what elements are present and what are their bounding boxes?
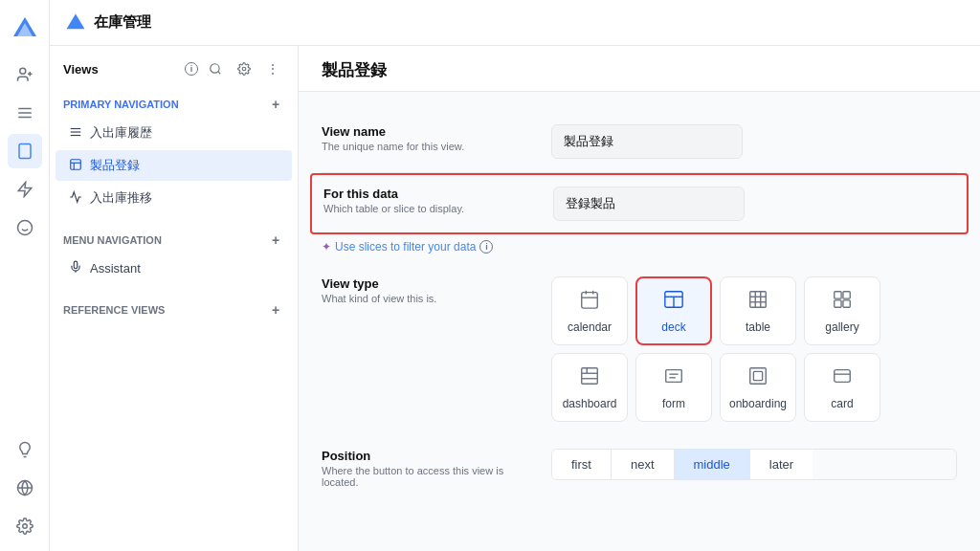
view-type-card[interactable]: card xyxy=(804,353,880,422)
view-name-desc: The unique name for this view. xyxy=(322,141,532,152)
rail-list[interactable] xyxy=(8,96,42,130)
pos-first[interactable]: first xyxy=(552,450,612,479)
main-header: 製品登録 xyxy=(299,46,980,92)
table-label: table xyxy=(746,320,770,334)
sidebar-search-btn[interactable] xyxy=(204,57,227,80)
nav-item-history[interactable]: 入出庫履歴 xyxy=(56,118,292,148)
svg-point-2 xyxy=(19,68,25,74)
nav-history-icon xyxy=(69,125,82,142)
view-type-grid: calendar deck xyxy=(551,276,957,422)
use-slices-link[interactable]: ✦ Use slices to filter your data i xyxy=(322,234,957,263)
position-label: Position xyxy=(322,449,532,463)
ref-views-add-btn[interactable]: + xyxy=(267,301,284,319)
svg-rect-25 xyxy=(582,292,598,308)
menu-nav-add-btn[interactable]: + xyxy=(267,231,284,249)
nav-item-register[interactable]: 製品登録 xyxy=(56,150,292,181)
for-this-data-row: For this data Which table or slice to di… xyxy=(310,173,969,234)
pos-next[interactable]: next xyxy=(612,450,675,479)
nav-item-transition[interactable]: 入出庫推移 xyxy=(56,183,292,213)
app-header: 在庫管理 xyxy=(50,0,980,46)
rail-tablet[interactable] xyxy=(8,134,42,168)
calendar-label: calendar xyxy=(568,320,612,334)
view-type-deck[interactable]: deck xyxy=(635,276,712,345)
for-this-data-value[interactable]: 登録製品 xyxy=(553,187,745,221)
pos-middle[interactable]: middle xyxy=(675,450,750,479)
rail-settings[interactable] xyxy=(8,509,42,543)
primary-nav-add-btn[interactable]: + xyxy=(267,96,284,113)
deck-label: deck xyxy=(661,320,685,334)
app-title: 在庫管理 xyxy=(94,13,151,32)
nav-transition-label: 入出庫推移 xyxy=(90,189,152,207)
svg-rect-6 xyxy=(19,144,31,159)
for-this-data-desc: Which table or slice to display. xyxy=(323,203,534,214)
primary-nav-label: PRIMARY NAVIGATION + xyxy=(50,88,298,117)
nav-assistant-label: Assistant xyxy=(90,261,141,276)
position-desc: Where the button to access this view is … xyxy=(322,465,532,488)
card-icon xyxy=(832,365,853,391)
view-type-section: View type What kind of view this is. cal… xyxy=(322,263,957,435)
pos-later[interactable]: later xyxy=(750,450,813,479)
nav-assistant-icon xyxy=(69,260,82,276)
nav-item-assistant[interactable]: Assistant xyxy=(56,253,292,283)
calendar-icon xyxy=(579,289,600,315)
svg-point-8 xyxy=(17,221,32,235)
svg-rect-32 xyxy=(750,291,767,307)
form-label: form xyxy=(662,397,685,410)
rail-globe[interactable] xyxy=(8,471,42,505)
sidebar: Views i ⋮ PRIMARY NAVIGATION + 入出庫履歴 xyxy=(50,46,299,551)
onboarding-icon xyxy=(747,365,768,391)
gallery-icon xyxy=(832,289,853,315)
onboarding-label: onboarding xyxy=(729,397,787,410)
view-name-row: View name The unique name for this view.… xyxy=(322,111,957,173)
icon-rail xyxy=(0,0,50,551)
rail-bulb[interactable] xyxy=(8,432,42,467)
nav-history-label: 入出庫履歴 xyxy=(90,124,152,142)
svg-rect-50 xyxy=(835,369,851,382)
svg-point-15 xyxy=(211,64,219,73)
position-section: Position Where the button to access this… xyxy=(322,435,957,501)
main-content: 製品登録 View name The unique name for this … xyxy=(299,46,980,551)
svg-point-13 xyxy=(22,524,27,529)
svg-marker-14 xyxy=(67,13,85,29)
form-icon xyxy=(663,365,684,391)
deck-icon xyxy=(663,289,684,315)
svg-rect-37 xyxy=(835,291,841,298)
view-type-table[interactable]: table xyxy=(720,276,796,345)
view-type-label: View type xyxy=(322,276,532,291)
sidebar-header: Views i ⋮ xyxy=(50,46,298,88)
app-logo xyxy=(8,11,42,46)
position-buttons: first next middle later xyxy=(551,449,957,480)
svg-rect-45 xyxy=(666,369,682,382)
sidebar-settings-btn[interactable] xyxy=(233,57,256,80)
rail-bolt[interactable] xyxy=(8,172,42,207)
sparkle-icon: ✦ xyxy=(322,240,331,253)
rail-people[interactable] xyxy=(8,57,42,92)
rail-face[interactable] xyxy=(8,210,42,245)
view-type-calendar[interactable]: calendar xyxy=(551,276,628,345)
gallery-label: gallery xyxy=(825,320,858,334)
sidebar-info-icon[interactable]: i xyxy=(185,62,198,76)
view-type-dashboard[interactable]: dashboard xyxy=(551,353,628,422)
svg-point-17 xyxy=(242,67,246,71)
dashboard-icon xyxy=(579,365,600,391)
reference-views-label: REFERENCE VIEWS + xyxy=(50,294,298,322)
svg-rect-38 xyxy=(843,291,850,298)
view-name-label: View name xyxy=(322,124,532,139)
dashboard-label: dashboard xyxy=(563,397,617,410)
svg-line-16 xyxy=(218,72,221,75)
main-body: View name The unique name for this view.… xyxy=(299,92,980,520)
sidebar-title: Views xyxy=(63,62,179,77)
view-type-form[interactable]: form xyxy=(635,353,712,422)
table-icon xyxy=(747,289,768,315)
svg-rect-48 xyxy=(750,367,767,384)
page-title: 製品登録 xyxy=(322,59,957,81)
use-slices-info-icon[interactable]: i xyxy=(479,240,493,253)
view-name-value[interactable]: 製品登録 xyxy=(551,124,743,159)
svg-rect-41 xyxy=(582,367,598,384)
view-type-gallery[interactable]: gallery xyxy=(804,276,880,345)
view-type-onboarding[interactable]: onboarding xyxy=(720,353,796,422)
menu-nav-label: MENU NAVIGATION + xyxy=(50,224,298,253)
nav-transition-icon xyxy=(69,190,82,207)
svg-rect-49 xyxy=(753,371,762,380)
sidebar-more-btn[interactable]: ⋮ xyxy=(261,57,284,80)
